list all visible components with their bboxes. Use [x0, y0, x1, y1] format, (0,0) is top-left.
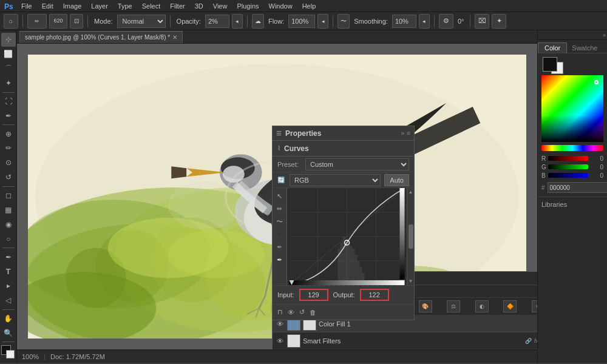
opacity-label: Opacity: [175, 18, 203, 25]
prop-menu-btn[interactable]: ≡ [407, 130, 410, 136]
tool-eraser[interactable]: ◻ [1, 189, 16, 203]
foreground-color-swatch[interactable] [543, 57, 557, 72]
menu-plugins[interactable]: Plugins [232, 0, 263, 12]
tool-gradient[interactable]: ▦ [1, 203, 16, 217]
reset-icon[interactable]: ↺ [299, 308, 305, 316]
tool-hand[interactable]: ✋ [1, 312, 16, 326]
r-slider[interactable] [548, 156, 588, 161]
scroll-down-icon[interactable]: ▼ [409, 278, 413, 284]
tool-pen[interactable]: ✒ [1, 250, 16, 264]
tool-shape[interactable]: ◁ [1, 294, 16, 308]
swatches-tab[interactable]: Swatche [567, 43, 602, 53]
tool-brush[interactable]: ✏ [1, 141, 16, 155]
layer1-visibility[interactable]: 👁 [275, 320, 285, 328]
curves-eyedrop-black[interactable]: ✒ [274, 229, 285, 240]
flow-input[interactable] [288, 15, 315, 28]
adj-hsl-icon[interactable]: 🎨 [419, 300, 432, 312]
output-value-box[interactable]: 122 [360, 289, 389, 301]
brush-tool-options[interactable]: ✏ [27, 14, 47, 29]
clip-mask-icon[interactable]: ⊓ [277, 308, 283, 316]
adj-colorbalance-icon[interactable]: ⚖ [447, 300, 460, 312]
delete-icon[interactable]: 🗑 [310, 309, 316, 316]
menu-help[interactable]: Help [298, 0, 320, 12]
tool-dodge[interactable]: ○ [1, 232, 16, 246]
layer2-fx-icon[interactable]: fx [534, 338, 537, 344]
tool-crop[interactable]: ⛶ [1, 94, 16, 108]
menu-filter[interactable]: Filter [166, 0, 189, 12]
smoothing-input[interactable] [392, 15, 416, 28]
symmetry-btn[interactable]: ⌧ [475, 14, 489, 29]
extra-btn[interactable]: ✦ [492, 14, 506, 29]
tool-sep-3 [2, 186, 15, 187]
curves-eyedrop-white[interactable]: ✒ [274, 254, 285, 265]
opacity-input[interactable] [205, 15, 229, 28]
menu-edit[interactable]: Edit [38, 0, 58, 12]
canvas-viewport[interactable]: ☰ Properties » ≡ ⌇ Curves Preset: [17, 44, 537, 349]
curves-draw-tool[interactable]: ✏ [274, 203, 285, 214]
tool-magic-wand[interactable]: ✦ [1, 76, 16, 90]
tool-move[interactable]: ⊹ [1, 33, 16, 47]
settings-icon[interactable]: ⚙ [439, 14, 453, 29]
home-button[interactable]: ⌂ [4, 14, 18, 29]
menu-view[interactable]: View [209, 0, 232, 12]
tool-path-select[interactable]: ▸ [1, 279, 16, 293]
rgb-sliders: R 0 G 0 B 0 [538, 153, 607, 181]
airbrush-toggle[interactable]: ☁ [252, 14, 264, 29]
tool-rect-marquee[interactable]: ⬜ [1, 47, 16, 61]
curves-smooth-tool[interactable]: 〜 [274, 216, 285, 227]
prop-expand-btn[interactable]: » [401, 130, 405, 136]
tab-close[interactable]: ✕ [172, 34, 177, 41]
status-bar: 100% | Doc: 1.72M/5.72M [17, 349, 537, 363]
tool-eyedropper[interactable]: ✒ [1, 109, 16, 123]
color-spectrum[interactable] [541, 75, 603, 142]
menu-image[interactable]: Image [59, 0, 86, 12]
mode-select[interactable]: Normal [117, 15, 166, 28]
g-slider[interactable] [548, 164, 588, 169]
menu-3d[interactable]: 3D [191, 0, 208, 12]
menu-select[interactable]: Select [138, 0, 165, 12]
right-panel-collapse[interactable]: » [538, 30, 607, 40]
channel-select[interactable]: RGB [290, 174, 381, 186]
b-slider[interactable] [548, 173, 588, 178]
menu-layer[interactable]: Layer [87, 0, 112, 12]
adj-photo-filter-icon[interactable]: 🔶 [503, 300, 517, 312]
scroll-up-icon[interactable]: ▲ [409, 189, 413, 195]
curves-eyedrop-gray[interactable]: ✒ [274, 241, 285, 252]
input-value-box[interactable]: 129 [299, 289, 328, 301]
preset-select[interactable]: Custom [305, 158, 409, 170]
curves-graph[interactable] [287, 188, 407, 285]
smoothing-toggle[interactable]: ◂ [419, 14, 430, 29]
foreground-background-colors[interactable] [1, 345, 16, 359]
tool-clone[interactable]: ⊙ [1, 156, 16, 170]
output-value: 122 [368, 291, 379, 298]
hue-slider[interactable] [541, 145, 603, 151]
menu-file[interactable]: File [17, 0, 36, 12]
canvas-area: sample photo.jpg @ 100% (Curves 1, Layer… [17, 30, 537, 363]
scroll-thumb[interactable] [409, 224, 413, 249]
curves-pointer-tool[interactable]: ↖ [274, 190, 285, 201]
opacity-toggle[interactable]: ◂ [232, 14, 243, 29]
tool-blur[interactable]: ◉ [1, 217, 16, 231]
layer2-visibility[interactable]: 👁 [275, 337, 285, 345]
adj-bw-icon[interactable]: ◐ [475, 300, 489, 312]
curves-scrollbar[interactable]: ▲ ▼ [407, 188, 414, 285]
adj-mixer-icon[interactable]: ⊕ [532, 300, 538, 312]
brush-hardness-btn[interactable]: ⊡ [70, 14, 83, 29]
auto-button[interactable]: Auto [384, 174, 409, 186]
flow-toggle[interactable]: ◂ [317, 14, 328, 29]
document-tab[interactable]: sample photo.jpg @ 100% (Curves 1, Layer… [19, 31, 183, 43]
tool-history-brush[interactable]: ↺ [1, 170, 16, 184]
layer2-link-icon[interactable]: 🔗 [525, 338, 532, 344]
color-tab[interactable]: Color [538, 42, 567, 53]
tool-text[interactable]: T [1, 265, 16, 278]
smoothing-icon[interactable]: 〜 [337, 14, 350, 29]
visibility-icon[interactable]: 👁 [288, 309, 294, 316]
hex-color-input[interactable] [548, 182, 607, 193]
smoothing-label: Smoothing: [352, 18, 390, 25]
menu-window[interactable]: Window [265, 0, 297, 12]
tool-zoom[interactable]: 🔍 [1, 326, 16, 340]
tool-lasso[interactable]: ⌒ [1, 62, 16, 76]
tool-spot-heal[interactable]: ⊕ [1, 127, 16, 141]
menu-type[interactable]: Type [114, 0, 137, 12]
svg-rect-40 [348, 243, 350, 285]
